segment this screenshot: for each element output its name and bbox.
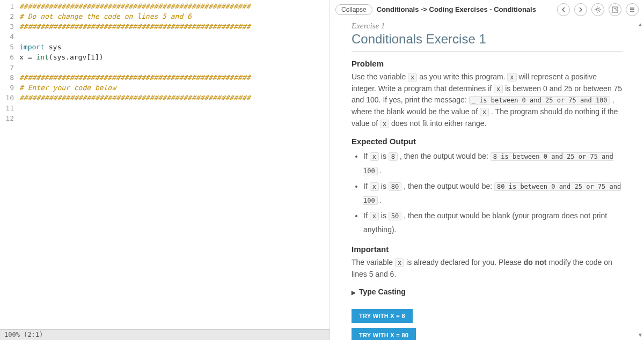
type-casting-accordion[interactable]: Type Casting (352, 287, 623, 304)
svg-point-0 (597, 8, 599, 11)
important-heading: Important (352, 245, 623, 254)
instructions-pane: Collapse Conditionals -> Coding Exercise… (330, 0, 644, 340)
try-x-80-button[interactable]: TRY WITH X = 80 (352, 328, 416, 340)
page-title: Conditionals Exercise 1 (352, 32, 623, 47)
breadcrumb: Conditionals -> Coding Exercises - Condi… (377, 5, 553, 13)
editor-status-bar: 100% (2:1) (0, 329, 330, 340)
problem-heading: Problem (352, 59, 623, 68)
line-gutter: 123456789101112 (0, 1, 19, 329)
code-editor-pane: 123456789101112 ########################… (0, 0, 330, 340)
next-button[interactable] (574, 3, 587, 16)
chevron-left-icon (561, 7, 566, 12)
code-msg: _ is between 0 and 25 or 75 and 100 (469, 96, 610, 105)
chevron-right-icon (579, 7, 583, 12)
list-item: If x is 8 , then the output would be: 8 … (363, 149, 623, 178)
gear-icon (594, 6, 602, 13)
code-x: x (507, 73, 516, 82)
instructions-content[interactable]: ▲ Exercise 1 Conditionals Exercise 1 Pro… (330, 19, 644, 340)
code-lines[interactable]: ########################################… (19, 1, 330, 329)
code-x: x (480, 108, 489, 116)
title-rule (352, 51, 623, 51)
list-item: If x is 80 , then the output would be: 8… (363, 179, 623, 208)
settings-button[interactable] (591, 3, 604, 16)
prev-button[interactable] (557, 3, 570, 16)
top-bar: Collapse Conditionals -> Coding Exercise… (330, 0, 644, 19)
expand-button[interactable] (609, 3, 621, 16)
important-text: The variable x is already declared for y… (352, 257, 623, 280)
menu-icon (629, 6, 635, 13)
scroll-up-icon[interactable]: ▲ (638, 21, 643, 27)
expected-output-heading: Expected Output (352, 137, 623, 146)
collapse-button[interactable]: Collapse (335, 4, 372, 15)
code-x: x (408, 73, 417, 82)
code-area[interactable]: 123456789101112 ########################… (0, 0, 330, 329)
type-casting-summary[interactable]: Type Casting (352, 287, 623, 296)
code-x: x (380, 120, 389, 128)
expand-icon (612, 6, 618, 13)
menu-button[interactable] (626, 3, 639, 16)
code-x: x (494, 85, 503, 93)
expected-output-list: If x is 8 , then the output would be: 8 … (363, 149, 623, 237)
svg-rect-1 (612, 7, 618, 12)
list-item: If x is 50 , then the output would be bl… (363, 209, 623, 237)
try-x-8-button[interactable]: TRY WITH X = 8 (352, 309, 413, 323)
slide-label: Exercise 1 (352, 21, 623, 31)
problem-text: Use the variable x as you write this pro… (352, 71, 623, 129)
scroll-down-icon[interactable]: ▼ (638, 332, 643, 338)
